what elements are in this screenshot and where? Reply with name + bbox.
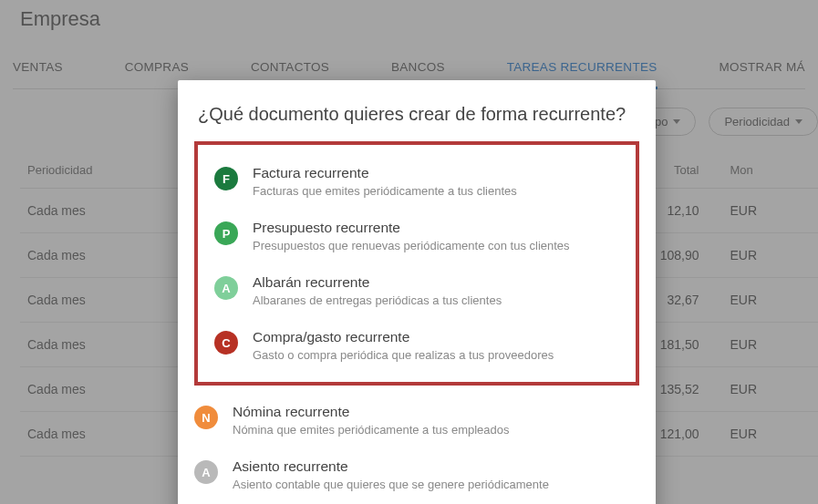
option-asiento-recurrente[interactable]: AAsiento recurrenteAsiento contable que … bbox=[178, 447, 656, 502]
option-factura-recurrente[interactable]: FFactura recurrenteFacturas que emites p… bbox=[198, 154, 636, 209]
option-label: Asiento recurrente bbox=[233, 458, 639, 475]
avatar-letter-icon: P bbox=[214, 221, 238, 245]
avatar-letter-icon: F bbox=[214, 167, 238, 190]
option-desc: Presupuestos que renuevas periódicamente… bbox=[253, 239, 619, 252]
option-label: Presupuesto recurrente bbox=[253, 220, 619, 236]
avatar-letter-icon: A bbox=[214, 276, 238, 300]
highlight-box: FFactura recurrenteFacturas que emites p… bbox=[194, 141, 639, 386]
option-label: Albarán recurrente bbox=[253, 274, 619, 291]
option-desc: Albaranes de entregas periódicas a tus c… bbox=[253, 293, 619, 307]
create-recurring-modal: ¿Qué documento quieres crear de forma re… bbox=[178, 80, 656, 504]
option-nómina-recurrente[interactable]: NNómina recurrenteNómina que emites peri… bbox=[178, 393, 656, 447]
avatar-letter-icon: A bbox=[194, 460, 218, 484]
option-compra-gasto-recurrente[interactable]: CCompra/gasto recurrenteGasto o compra p… bbox=[198, 318, 636, 373]
option-desc: Nómina que emites periódicamente a tus e… bbox=[233, 423, 639, 437]
option-label: Nómina recurrente bbox=[233, 404, 639, 420]
option-albarán-recurrente[interactable]: AAlbarán recurrenteAlbaranes de entregas… bbox=[198, 263, 636, 318]
option-presupuesto-recurrente[interactable]: PPresupuesto recurrentePresupuestos que … bbox=[198, 209, 636, 263]
avatar-letter-icon: N bbox=[194, 406, 218, 429]
option-label: Compra/gasto recurrente bbox=[253, 329, 619, 345]
option-desc: Asiento contable que quieres que se gene… bbox=[233, 478, 639, 491]
option-desc: Gasto o compra periódica que realizas a … bbox=[253, 348, 619, 362]
option-desc: Facturas que emites periódicamente a tus… bbox=[253, 184, 619, 198]
option-label: Factura recurrente bbox=[253, 165, 619, 181]
avatar-letter-icon: C bbox=[214, 331, 238, 355]
modal-title: ¿Qué documento quieres crear de forma re… bbox=[178, 98, 656, 141]
